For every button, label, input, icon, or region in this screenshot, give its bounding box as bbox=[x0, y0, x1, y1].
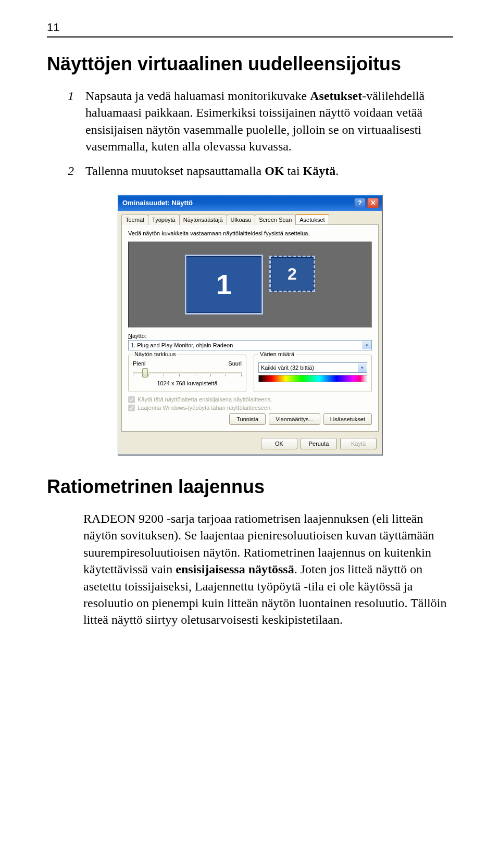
tab-button-row: Tunnista Vianmääritys... Lisäasetukset bbox=[128, 413, 372, 425]
step-2-bold2: Käytä bbox=[303, 164, 336, 178]
step-2: 2 Tallenna muutokset napsauttamalla OK t… bbox=[68, 162, 453, 179]
step-2-bold: OK bbox=[265, 164, 284, 178]
step-2-num: 2 bbox=[68, 162, 74, 179]
resolution-value: 1024 x 768 kuvapistettä bbox=[133, 380, 242, 386]
extend-desktop-checkbox bbox=[128, 405, 135, 411]
titlebar[interactable]: Ominaisuudet: Näyttö ? ✕ bbox=[118, 195, 382, 211]
body-paragraph: RADEON 9200 -sarja tarjoaa ratiometrisen… bbox=[47, 510, 453, 628]
resolution-color-row: Näytön tarkkuus Pieni Suuri bbox=[128, 355, 372, 392]
step-2-text-pre: Tallenna muutokset napsauttamalla bbox=[85, 164, 265, 178]
troubleshoot-button[interactable]: Vianmääritys... bbox=[269, 413, 320, 425]
step-2-text-mid: tai bbox=[284, 164, 303, 178]
extend-desktop-checkbox-row: Laajenna Windows-työpöytä tähän näyttöla… bbox=[128, 405, 372, 411]
primary-monitor-checkbox-row: Käytä tätä näyttölaitetta ensisijaisena … bbox=[128, 396, 372, 403]
resolution-legend: Näytön tarkkuus bbox=[133, 351, 177, 357]
body-bold: ensisijaisessa näytössä bbox=[176, 562, 294, 576]
step-1-num: 1 bbox=[68, 87, 74, 104]
step-2-text-post: . bbox=[335, 164, 339, 178]
display-properties-dialog: Ominaisuudet: Näyttö ? ✕ Teemat Työpöytä… bbox=[118, 195, 382, 455]
advanced-button[interactable]: Lisäasetukset bbox=[323, 413, 372, 425]
color-dropdown[interactable]: Kaikki värit (32 bittiä) ▾ bbox=[258, 362, 367, 373]
steps-list: 1 Napsauta ja vedä haluamasi monitorikuv… bbox=[47, 87, 453, 179]
window-title: Ominaisuudet: Näyttö bbox=[122, 199, 353, 207]
help-button[interactable]: ? bbox=[354, 198, 366, 208]
chevron-down-icon: ▾ bbox=[358, 363, 366, 372]
display-label: Näyttö: bbox=[128, 333, 372, 339]
color-dropdown-value: Kaikki värit (32 bittiä) bbox=[261, 364, 314, 371]
monitor-arrangement-area[interactable]: 1 2 bbox=[128, 242, 372, 328]
section-title-1: Näyttöjen virtuaalinen uudelleensijoitus bbox=[47, 53, 453, 75]
step-1: 1 Napsauta ja vedä haluamasi monitorikuv… bbox=[68, 87, 453, 155]
top-rule bbox=[47, 36, 453, 37]
res-min-label: Pieni bbox=[133, 360, 145, 367]
color-legend: Värien määrä bbox=[258, 351, 296, 357]
ok-button[interactable]: OK bbox=[261, 438, 297, 449]
dialog-screenshot: Ominaisuudet: Näyttö ? ✕ Teemat Työpöytä… bbox=[47, 195, 453, 455]
section-title-2: Ratiometrinen laajennus bbox=[47, 476, 453, 498]
page-number: 11 bbox=[47, 21, 453, 34]
instruction-text: Vedä näytön kuvakkeita vastaamaan näyttö… bbox=[128, 230, 372, 236]
close-button[interactable]: ✕ bbox=[367, 198, 379, 208]
display-dropdown[interactable]: 1. Plug and Play Monitor, ohjain Radeon … bbox=[128, 340, 372, 350]
resolution-fieldset: Näytön tarkkuus Pieni Suuri bbox=[128, 355, 246, 392]
dialog-button-row: OK Peruuta Käytä bbox=[118, 435, 382, 455]
resolution-slider[interactable] bbox=[133, 368, 242, 378]
tab-screen-scan[interactable]: Screen Scan bbox=[255, 215, 296, 225]
step-1-bold: Asetukset bbox=[310, 89, 362, 103]
slider-thumb[interactable] bbox=[142, 368, 148, 378]
res-max-label: Suuri bbox=[228, 360, 242, 367]
display-select-row: Näyttö: 1. Plug and Play Monitor, ohjain… bbox=[128, 333, 372, 350]
tab-strip: Teemat Työpöytä Näytönsäästäjä Ulkoasu S… bbox=[118, 211, 382, 224]
display-dropdown-value: 1. Plug and Play Monitor, ohjain Radeon bbox=[131, 342, 233, 348]
tab-body: Vedä näytön kuvakkeita vastaamaan näyttö… bbox=[121, 224, 379, 432]
monitor-1-icon[interactable]: 1 bbox=[185, 255, 263, 315]
monitor-2-icon[interactable]: 2 bbox=[269, 256, 315, 292]
extend-desktop-label: Laajenna Windows-työpöytä tähän näyttöla… bbox=[138, 405, 272, 411]
apply-button[interactable]: Käytä bbox=[340, 438, 377, 449]
primary-monitor-label: Käytä tätä näyttölaitetta ensisijaisena … bbox=[138, 396, 272, 402]
tab-teemat[interactable]: Teemat bbox=[121, 215, 148, 225]
tab-tyopoyta[interactable]: Työpöytä bbox=[148, 215, 180, 225]
color-fieldset: Värien määrä Kaikki värit (32 bittiä) ▾ bbox=[254, 355, 372, 392]
color-spectrum-bar bbox=[258, 375, 367, 382]
identify-button[interactable]: Tunnista bbox=[229, 413, 266, 425]
cancel-button[interactable]: Peruuta bbox=[301, 438, 337, 449]
primary-monitor-checkbox bbox=[128, 396, 135, 403]
tab-naytonsaastaja[interactable]: Näytönsäästäjä bbox=[179, 215, 227, 225]
tab-ulkoasu[interactable]: Ulkoasu bbox=[227, 215, 256, 225]
chevron-down-icon: ▾ bbox=[362, 341, 371, 349]
step-1-text-pre: Napsauta ja vedä haluamasi monitorikuvak… bbox=[85, 89, 310, 103]
tab-asetukset[interactable]: Asetukset bbox=[295, 214, 329, 224]
